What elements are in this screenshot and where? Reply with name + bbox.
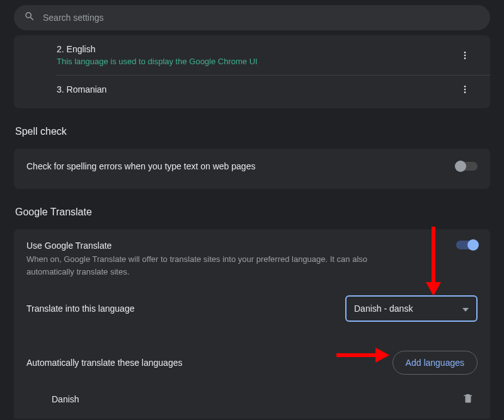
use-translate-label: Use Google Translate xyxy=(26,241,456,251)
auto-translate-label: Automatically translate these languages xyxy=(26,358,392,368)
svg-point-3 xyxy=(464,86,466,88)
use-translate-toggle[interactable] xyxy=(456,241,478,249)
svg-point-1 xyxy=(464,54,466,56)
translate-into-label: Translate into this language xyxy=(26,304,345,314)
svg-point-4 xyxy=(464,89,466,91)
svg-point-2 xyxy=(464,57,466,59)
language-name: 2. English xyxy=(57,44,452,54)
language-subtext: This language is used to display the Goo… xyxy=(57,57,452,66)
svg-point-0 xyxy=(464,52,466,54)
translate-section-title: Google Translate xyxy=(15,207,490,218)
search-placeholder: Search settings xyxy=(43,13,480,23)
use-translate-desc: When on, Google Translate will offer to … xyxy=(26,253,379,278)
language-name: 3. Romanian xyxy=(57,84,452,94)
spellcheck-card: Check for spelling errors when you type … xyxy=(14,149,490,189)
chevron-down-icon xyxy=(462,303,469,314)
language-row-romanian: 3. Romanian xyxy=(57,75,490,103)
search-settings-bar[interactable]: Search settings xyxy=(14,5,490,30)
spellcheck-section-title: Spell check xyxy=(15,126,490,137)
svg-point-5 xyxy=(464,91,466,93)
spellcheck-label: Check for spelling errors when you type … xyxy=(26,161,456,171)
language-menu-romanian[interactable] xyxy=(452,84,478,94)
translate-into-dropdown[interactable]: Danish - dansk xyxy=(345,295,478,322)
language-row-english: 2. English This language is used to disp… xyxy=(57,35,490,75)
search-icon xyxy=(24,11,35,25)
languages-card: 2. English This language is used to disp… xyxy=(14,35,490,108)
auto-language-row-danish: Danish xyxy=(26,386,478,412)
remove-language-button[interactable] xyxy=(462,392,474,406)
translate-into-value: Danish - dansk xyxy=(354,304,413,314)
auto-language-name: Danish xyxy=(52,394,462,404)
translate-card: Use Google Translate When on, Google Tra… xyxy=(14,229,490,419)
language-menu-english[interactable] xyxy=(452,50,478,60)
spellcheck-toggle[interactable] xyxy=(456,162,478,171)
add-languages-button[interactable]: Add languages xyxy=(392,351,478,375)
